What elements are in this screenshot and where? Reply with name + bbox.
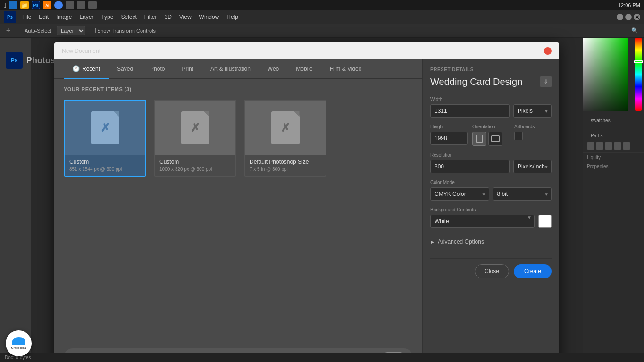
- menu-help[interactable]: Help: [223, 12, 242, 22]
- advanced-options-toggle[interactable]: ► Advanced Options: [430, 235, 552, 249]
- tab-web[interactable]: Web: [259, 60, 287, 79]
- menu-edit[interactable]: Edit: [35, 12, 52, 22]
- search-tool[interactable]: 🔍: [629, 26, 640, 34]
- menu-type[interactable]: Type: [98, 12, 117, 22]
- menu-image[interactable]: Image: [53, 12, 75, 22]
- app-icon-1[interactable]: [66, 1, 74, 9]
- app-icon-3[interactable]: [88, 1, 97, 9]
- recent-item-3-thumb: ✗: [245, 101, 326, 155]
- close-dialog-button[interactable]: Close: [475, 264, 509, 278]
- apple-menu-icon[interactable]: : [4, 1, 6, 9]
- tabs-row: 🕐 Recent Saved Photo Print: [54, 59, 422, 79]
- portrait-button[interactable]: [472, 132, 486, 146]
- file-icon-x-3: ✗: [281, 121, 290, 135]
- window-controls: − □ ✕: [617, 14, 640, 20]
- menu-3d[interactable]: 3D: [161, 12, 175, 22]
- bg-color-swatch[interactable]: [538, 215, 552, 228]
- menu-view[interactable]: View: [176, 12, 195, 22]
- color-mode-field-group: Color Mode CMYK Color RGB Color Grayscal…: [430, 180, 552, 201]
- color-mode-select[interactable]: CMYK Color RGB Color Grayscale: [430, 187, 489, 201]
- height-input[interactable]: [430, 132, 468, 145]
- artboards-group: Artboards: [514, 124, 552, 146]
- tab-recent[interactable]: 🕐 Recent: [64, 59, 109, 79]
- menu-select[interactable]: Select: [117, 12, 140, 22]
- dialog-title: New Document: [62, 48, 100, 54]
- create-button[interactable]: Create: [514, 264, 552, 278]
- menu-file[interactable]: File: [19, 12, 34, 22]
- auto-select-dropdown[interactable]: Layer Group: [57, 26, 85, 35]
- resolution-input[interactable]: [430, 160, 510, 173]
- menu-layer[interactable]: Layer: [76, 12, 97, 22]
- landscape-button[interactable]: [488, 132, 502, 146]
- tab-print[interactable]: Print: [173, 60, 202, 79]
- recent-item-2[interactable]: ✗ Custom 1000 x 320 px @ 300 ppi: [154, 100, 236, 177]
- orientation-label: Orientation: [472, 124, 510, 129]
- tab-photo[interactable]: Photo: [142, 60, 173, 79]
- recent-item-2-info: Custom 1000 x 320 px @ 300 ppi: [155, 155, 235, 176]
- path-tool-1[interactable]: [587, 142, 594, 150]
- tab-art[interactable]: Art & Illustration: [202, 60, 259, 79]
- bit-depth-select[interactable]: 8 bit 16 bit 32 bit: [493, 187, 552, 201]
- color-gradient-main: [583, 38, 628, 111]
- path-tool-5[interactable]: [623, 142, 630, 150]
- os-taskbar:  📁 Ps Ai 12:06 PM: [0, 0, 644, 10]
- recent-item-3[interactable]: ✗ Default Photoshop Size 7 x 5 in @ 300 …: [244, 100, 326, 177]
- auto-select-label: Auto-Select: [25, 28, 51, 34]
- preset-title-row: Wedding Card Design ⇓: [430, 76, 552, 87]
- watermark-graphic: [12, 337, 25, 345]
- tab-mobile[interactable]: Mobile: [287, 60, 321, 79]
- show-transform-group: Show Transform Controls: [88, 27, 158, 34]
- recent-item-1-info: Custom 851 x 1544 px @ 300 ppi: [65, 155, 145, 176]
- path-tool-3[interactable]: [605, 142, 612, 150]
- ps-taskbar-icon[interactable]: Ps: [32, 1, 40, 9]
- right-panel: swatches Paths Liquify Properties: [583, 38, 644, 362]
- ai-taskbar-icon[interactable]: Ai: [43, 1, 51, 9]
- close-button[interactable]: ✕: [634, 14, 640, 20]
- minimize-button[interactable]: −: [617, 14, 623, 20]
- save-preset-button[interactable]: ⇓: [540, 76, 552, 87]
- recent-item-3-info: Default Photoshop Size 7 x 5 in @ 300 pp…: [245, 155, 326, 176]
- move-tool[interactable]: ✛: [4, 26, 13, 34]
- resolution-unit-select[interactable]: Pixels/Inch Pixels/Centimeter: [513, 160, 552, 173]
- tab-art-label: Art & Illustration: [210, 66, 251, 72]
- preset-title: Wedding Card Design: [430, 76, 522, 87]
- menu-window[interactable]: Window: [196, 12, 223, 22]
- show-transform-label: Show Transform Controls: [97, 28, 156, 34]
- tab-mobile-label: Mobile: [296, 66, 312, 72]
- orientation-buttons: [472, 132, 510, 146]
- path-tool-2[interactable]: [596, 142, 603, 150]
- ie-icon[interactable]: [9, 1, 17, 9]
- recent-item-1[interactable]: ✗ Custom 851 x 1544 px @ 300 ppi: [64, 100, 146, 177]
- tab-film[interactable]: Film & Video: [321, 60, 370, 79]
- height-group: Height: [430, 124, 468, 146]
- tab-recent-label: Recent: [82, 66, 100, 72]
- taskbar-left:  📁 Ps Ai: [4, 1, 97, 9]
- path-tool-4[interactable]: [614, 142, 621, 150]
- bg-contents-field-group: Background Contents White Black Backgrou…: [430, 207, 552, 228]
- bg-contents-select[interactable]: White Black Background Color Transparent: [430, 215, 535, 228]
- width-input[interactable]: [430, 104, 510, 118]
- menu-filter[interactable]: Filter: [141, 12, 160, 22]
- maximize-button[interactable]: □: [625, 14, 632, 20]
- auto-select-checkbox[interactable]: [18, 28, 23, 33]
- color-strip[interactable]: [635, 38, 642, 111]
- new-document-dialog: New Document 🕐 Recent Saved: [54, 42, 559, 362]
- color-picker[interactable]: [583, 38, 644, 113]
- recent-section: YOUR RECENT ITEMS (3) ✗: [54, 79, 422, 344]
- orientation-group: Orientation: [472, 124, 510, 146]
- landscape-icon: [491, 135, 500, 142]
- app-icon-2[interactable]: [77, 1, 85, 9]
- dialog-close-button[interactable]: [544, 47, 552, 55]
- recent-header: YOUR RECENT ITEMS (3): [64, 86, 413, 92]
- panel-swatches: swatches: [583, 113, 644, 128]
- recent-items-count: (3): [125, 86, 132, 92]
- recent-item-2-meta: 1000 x 320 px @ 300 ppi: [159, 167, 231, 172]
- tab-saved[interactable]: Saved: [109, 60, 142, 79]
- width-unit-select[interactable]: Pixels Inches Centimeters: [513, 104, 552, 118]
- recent-item-1-name: Custom: [69, 159, 141, 165]
- chrome-icon[interactable]: [54, 1, 63, 9]
- artboards-checkbox[interactable]: [514, 132, 523, 140]
- preset-details-panel: PRESET DETAILS Wedding Card Design ⇓ Wid…: [422, 59, 559, 362]
- folder-icon[interactable]: 📁: [20, 1, 29, 9]
- show-transform-checkbox[interactable]: [91, 28, 96, 33]
